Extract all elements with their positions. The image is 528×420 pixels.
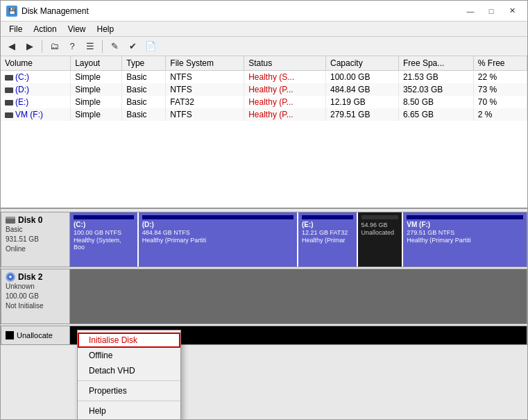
cell-layout: Simple bbox=[71, 96, 122, 108]
menu-help[interactable]: Help bbox=[92, 23, 120, 35]
disk2-icon: ● bbox=[6, 272, 15, 282]
unalloc-icon bbox=[6, 331, 14, 339]
context-menu: Initialise Disk Offline Detach VHD Prope… bbox=[77, 330, 181, 419]
disk0-title: Disk 0 bbox=[18, 215, 42, 225]
cell-type: Basic bbox=[122, 96, 166, 108]
table-row[interactable]: VM (F:)SimpleBasicNTFSHealthy (P...279.5… bbox=[1, 108, 527, 121]
partition-c-detail1: 100.00 GB NTFS bbox=[74, 229, 134, 236]
cell-status: Healthy (P... bbox=[244, 108, 326, 121]
close-button[interactable]: ✕ bbox=[502, 4, 522, 18]
partition-d-detail2: Healthy (Primary Partiti bbox=[142, 237, 293, 244]
col-type: Type bbox=[122, 56, 166, 71]
maximize-button[interactable]: □ bbox=[482, 4, 501, 18]
cell-free: 6.65 GB bbox=[398, 108, 473, 121]
disk2-content[interactable] bbox=[70, 269, 527, 324]
cell-layout: Simple bbox=[71, 71, 122, 84]
partition-e-detail2: Healthy (Primar bbox=[302, 237, 353, 244]
partition-d[interactable]: (D:) 484.84 GB NTFS Healthy (Primary Par… bbox=[139, 212, 298, 267]
volume-table-container: Volume Layout Type File System Status Ca… bbox=[1, 56, 527, 209]
partition-e[interactable]: (E:) 12.21 GB FAT32 Healthy (Primar bbox=[298, 212, 358, 267]
cell-layout: Simple bbox=[71, 83, 122, 96]
cell-pct: 2 % bbox=[473, 108, 527, 121]
toolbar: ◀ ▶ 🗂 ? ☰ ✎ ✔ 📄 bbox=[1, 37, 527, 56]
vol-icon bbox=[5, 75, 13, 81]
partition-vm-f-detail1: 279.51 GB NTFS bbox=[407, 229, 523, 236]
partition-c[interactable]: (C:) 100.00 GB NTFS Healthy (System, Boo bbox=[70, 212, 139, 267]
toolbar-back[interactable]: ◀ bbox=[3, 39, 20, 54]
ctx-properties[interactable]: Properties bbox=[78, 383, 180, 398]
menu-view[interactable]: View bbox=[62, 23, 92, 35]
toolbar-doc[interactable]: 📄 bbox=[142, 39, 159, 54]
col-freespace: Free Spa... bbox=[398, 56, 473, 71]
cell-free: 352.03 GB bbox=[398, 83, 473, 96]
cell-capacity: 279.51 GB bbox=[326, 108, 399, 121]
vol-icon bbox=[5, 100, 13, 106]
cell-type: Basic bbox=[122, 108, 166, 121]
toolbar-edit[interactable]: ✎ bbox=[106, 39, 123, 54]
ctx-initialise-disk[interactable]: Initialise Disk bbox=[78, 333, 180, 348]
partition-unalloc-d0[interactable]: 54.96 GB Unallocated bbox=[358, 212, 404, 267]
ctx-sep1 bbox=[78, 380, 180, 381]
toolbar-check[interactable]: ✔ bbox=[124, 39, 141, 54]
disk0-info: Basic 931.51 GB Online bbox=[6, 225, 65, 254]
partition-vm-f[interactable]: VM (F:) 279.51 GB NTFS Healthy (Primary … bbox=[403, 212, 527, 267]
cell-type: Basic bbox=[122, 71, 166, 84]
menu-file[interactable]: File bbox=[3, 23, 28, 35]
cell-volume: VM (F:) bbox=[1, 108, 71, 121]
toolbar-folder[interactable]: 🗂 bbox=[46, 39, 62, 54]
toolbar-sep1 bbox=[42, 40, 42, 53]
title-bar: 💾 Disk Management — □ ✕ bbox=[1, 1, 527, 22]
main-content: Volume Layout Type File System Status Ca… bbox=[1, 56, 527, 419]
col-capacity: Capacity bbox=[326, 56, 399, 71]
disk-panel-area: Disk 0 Basic 931.51 GB Online (C:) 100.0… bbox=[1, 209, 527, 419]
toolbar-list[interactable]: ☰ bbox=[82, 39, 99, 54]
cell-pct: 73 % bbox=[473, 83, 527, 96]
cell-pct: 70 % bbox=[473, 96, 527, 108]
partition-d-label: (D:) bbox=[142, 221, 293, 228]
disk0-label: Disk 0 Basic 931.51 GB Online bbox=[1, 212, 70, 267]
disk0-row: Disk 0 Basic 931.51 GB Online (C:) 100.0… bbox=[1, 212, 527, 267]
menu-action[interactable]: Action bbox=[28, 23, 62, 35]
toolbar-forward[interactable]: ▶ bbox=[22, 39, 38, 54]
minimize-button[interactable]: — bbox=[461, 4, 480, 18]
ctx-sep2 bbox=[78, 401, 180, 401]
disk2-label: ● Disk 2 Unknown 100.00 GB Not Initialis… bbox=[1, 269, 70, 324]
window-title: Disk Management bbox=[22, 6, 89, 16]
cell-layout: Simple bbox=[71, 108, 122, 121]
col-volume: Volume bbox=[1, 56, 71, 71]
unalloc-text: Unallocate bbox=[17, 331, 53, 339]
partition-d-detail1: 484.84 GB NTFS bbox=[142, 229, 293, 236]
partition-vm-f-label: VM (F:) bbox=[407, 221, 523, 228]
disk-management-window: 💾 Disk Management — □ ✕ File Action View… bbox=[0, 0, 528, 420]
cell-status: Healthy (S... bbox=[244, 71, 326, 84]
disk2-row: ● Disk 2 Unknown 100.00 GB Not Initialis… bbox=[1, 269, 527, 324]
col-status: Status bbox=[244, 56, 326, 71]
disk0-partitions: (C:) 100.00 GB NTFS Healthy (System, Boo… bbox=[70, 212, 527, 267]
ctx-offline[interactable]: Offline bbox=[78, 348, 180, 363]
partition-e-detail1: 12.21 GB FAT32 bbox=[302, 229, 353, 236]
cell-pct: 22 % bbox=[473, 71, 527, 84]
unalloc-label: Unallocate bbox=[1, 326, 70, 345]
table-row[interactable]: (E:)SimpleBasicFAT32Healthy (P...12.19 G… bbox=[1, 96, 527, 108]
table-row[interactable]: (D:)SimpleBasicNTFSHealthy (P...484.84 G… bbox=[1, 83, 527, 96]
partition-c-label: (C:) bbox=[74, 221, 134, 228]
table-header-row: Volume Layout Type File System Status Ca… bbox=[1, 56, 527, 71]
window-icon: 💾 bbox=[6, 6, 17, 17]
col-filesystem: File System bbox=[166, 56, 244, 71]
partition-e-label: (E:) bbox=[302, 221, 353, 228]
col-layout: Layout bbox=[71, 56, 122, 71]
menu-bar: File Action View Help bbox=[1, 22, 527, 37]
toolbar-sep2 bbox=[102, 40, 103, 53]
disk0-icon bbox=[6, 217, 15, 224]
title-controls: — □ ✕ bbox=[461, 4, 522, 18]
ctx-detach-vhd[interactable]: Detach VHD bbox=[78, 363, 180, 378]
partition-unalloc-detail1: 54.96 GB bbox=[361, 221, 399, 228]
disk2-info: Unknown 100.00 GB Not Initialise bbox=[6, 282, 65, 311]
cell-volume: (C:) bbox=[1, 71, 71, 84]
toolbar-help[interactable]: ? bbox=[64, 39, 80, 54]
ctx-help[interactable]: Help bbox=[78, 403, 180, 419]
cell-fs: NTFS bbox=[166, 108, 244, 121]
partition-c-detail2: Healthy (System, Boo bbox=[74, 237, 134, 251]
table-row[interactable]: (C:)SimpleBasicNTFSHealthy (S...100.00 G… bbox=[1, 71, 527, 84]
cell-free: 8.50 GB bbox=[398, 96, 473, 108]
